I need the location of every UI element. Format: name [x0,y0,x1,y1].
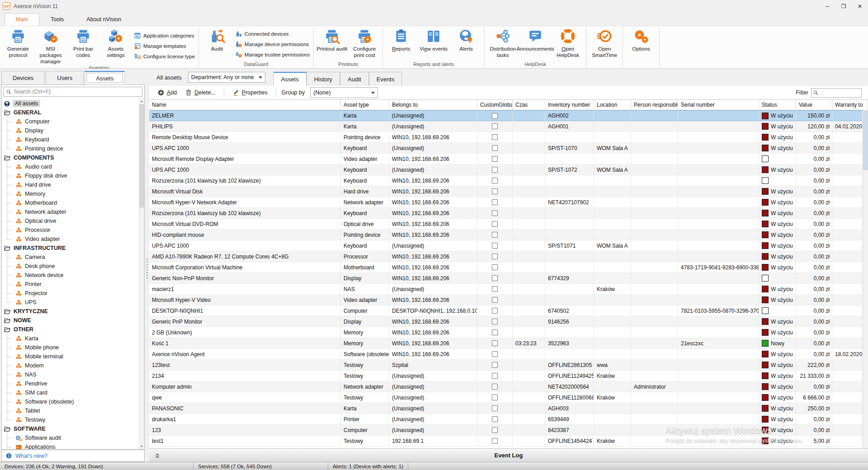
checkbox[interactable] [492,210,498,216]
table-row[interactable]: HID-compliant mousePointing deviceWIN10,… [149,230,863,240]
table-row[interactable]: Microsoft Remote Display AdapterVideo ad… [149,154,863,164]
tree-item-processor[interactable]: Processor [2,226,139,235]
content-tab[interactable]: Audit [340,72,369,86]
tree-item-keyboard[interactable]: Keyboard [2,135,139,144]
minimize-button[interactable]: ─ [819,0,835,12]
filter-search[interactable] [811,88,862,98]
column-header[interactable]: Warranty to [832,100,868,110]
content-tab[interactable]: History [307,72,340,86]
close-button[interactable]: ✕ [852,0,868,12]
column-header[interactable]: Name [149,100,341,110]
table-row[interactable]: ZELMERKarta(Unassigned)AGH002W użyciu150… [149,110,863,121]
checkbox[interactable] [492,167,498,173]
checkbox[interactable] [492,286,498,292]
ribbon-button-distribution-tasks[interactable]: Distribution tasks [486,27,519,61]
tree-item-motherboard[interactable]: Motherboard [2,198,139,207]
ribbon-button-msi-packages-manager[interactable]: MSI packages manager [34,27,67,65]
ribbon-button-alerts[interactable]: Alerts [450,27,482,61]
tree-folder-software[interactable]: SOFTWARE [2,424,139,433]
scrollbar-thumb[interactable] [863,111,868,170]
sidebar-tab[interactable]: Devices [1,71,45,85]
checkbox[interactable] [492,373,498,379]
tree-item-mobile-phone[interactable]: Mobile phone [2,343,139,352]
tree-item-all-assets[interactable]: All assets [2,99,139,108]
checkbox[interactable] [492,243,498,249]
column-header[interactable]: Asset type [341,100,389,110]
tree-item-desk-phone[interactable]: Desk phone [2,262,139,271]
group-by-dropdown[interactable]: (None) [310,87,378,98]
tree-item-optical-drive[interactable]: Optical drive [2,216,139,226]
checkbox[interactable] [492,362,498,368]
maximize-button[interactable]: ❐ [835,0,852,12]
table-row[interactable]: UPS APC 1000Keyboard(Unassigned)SP/ST-10… [149,164,863,175]
content-tab[interactable]: Events [369,72,402,86]
sidebar-tab[interactable]: Users [46,71,84,85]
table-row[interactable]: qweTestowy(Unassigned)OFFLINE1128006824K… [149,392,863,403]
checkbox[interactable] [492,329,498,335]
checkbox[interactable] [492,264,498,270]
tree-item-mobile-terminal[interactable]: Mobile terminal [2,352,139,361]
table-scrollbar[interactable] [863,110,868,448]
tree-item-pointing-device[interactable]: Pointing device [2,144,139,153]
ribbon-button-assets-settings[interactable]: Assets settings [99,27,132,65]
filter-input[interactable] [820,89,860,96]
ribbon-button-audit[interactable]: Audit [201,27,233,61]
ribbon-button-options[interactable]: Options [625,27,657,61]
checkbox[interactable] [492,199,498,205]
ribbon-button-printout-audit[interactable]: Printout audit [316,27,348,61]
tree-folder-krytyczne[interactable]: KRYTYCZNE [2,307,139,316]
table-row[interactable]: macierz1NAS(Unassigned)KrakówW użyciu0,0… [149,284,863,295]
whats-new-link[interactable]: What's new? [1,450,145,462]
checkbox[interactable] [492,395,498,400]
delete-button[interactable]: Delete... [182,88,218,98]
tree-item-memory[interactable]: Memory [2,189,139,198]
column-header[interactable]: Value [796,100,832,110]
checkbox[interactable] [492,188,498,194]
ribbon-tab[interactable]: Tools [39,13,75,26]
checkbox[interactable] [492,308,498,314]
tree-item-pendrive[interactable]: Pendrive [2,379,139,388]
ribbon-tab[interactable]: Main [5,13,39,26]
tree-folder-other[interactable]: OTHER [2,325,139,334]
checkbox[interactable] [492,134,498,140]
tree-item-software-obsolete[interactable]: Software (obsolete) [2,397,139,406]
search-input[interactable] [14,89,140,95]
scroll-down-icon[interactable]: ▼ [139,443,144,449]
table-row[interactable]: 2134Testowy(Unassigned)OFFLINE1124942525… [149,371,863,381]
table-row[interactable]: PANASONICKarta(Unassigned)AGH003W użyciu… [149,403,863,414]
ribbon-button-connected-devices[interactable]: Connected devices [235,30,310,38]
checkbox[interactable] [492,156,498,162]
table-row[interactable]: Microsoft Hyper-V Network AdapterNetwork… [149,197,863,208]
checkbox[interactable] [492,384,498,390]
table-row[interactable]: Microsoft Virtual DiskHard driveWIN10, 1… [149,186,863,197]
sidebar-tab[interactable]: Assets [85,71,125,85]
table-row[interactable]: Remote Desktop Mouse DevicePointing devi… [149,132,863,143]
table-row[interactable]: Generic Non-PnP MonitorDisplayWIN10, 192… [149,273,863,284]
ribbon-button-configure-license-type[interactable]: Configure license type [134,53,195,60]
content-tab[interactable]: Assets [274,72,307,86]
tree-item-display[interactable]: Display [2,126,139,135]
column-header[interactable]: Status [759,100,796,110]
event-log-bar[interactable]: Event Log [149,448,868,462]
ribbon-button-generate-protocol[interactable]: Generate protocol [2,27,34,65]
checkbox[interactable] [492,145,498,151]
table-row[interactable]: 123testTestowySzpitalOFFLINE2861305wwaW … [149,360,863,371]
checkbox[interactable] [492,275,498,281]
tree-item-karta[interactable]: Karta [2,334,139,343]
ribbon-button-manage-trustee-permissions[interactable]: Manage trustee permissions [235,51,310,58]
scroll-up-icon[interactable]: ▲ [139,98,144,104]
ribbon-button-open-helpdesk[interactable]: Open HelpDesk [552,27,584,61]
tree-item-tablet[interactable]: Tablet [2,406,139,415]
checkbox[interactable] [492,123,498,129]
checkbox[interactable] [492,340,498,346]
column-header[interactable]: Czas [513,100,545,110]
tree-item-nas[interactable]: NAS [2,370,139,379]
tree-item-network-adapter[interactable]: Network adapter [2,207,139,216]
table-row[interactable]: 2 GB (Unknown)MemoryWIN10, 192.168.69.20… [149,327,863,338]
checkbox[interactable] [492,297,498,303]
table-row[interactable]: AMD A10-7890K Radeon R7, 12 Compute Core… [149,251,863,262]
column-header[interactable]: Inventory number [545,100,594,110]
table-row[interactable]: Microsoft Corporation Virtual MachineMot… [149,262,863,273]
ribbon-button-configure-print-cost[interactable]: Configure print cost [348,27,381,61]
table-row[interactable]: UPS APC 1000Keyboard(Unassigned)SP/ST107… [149,240,863,251]
